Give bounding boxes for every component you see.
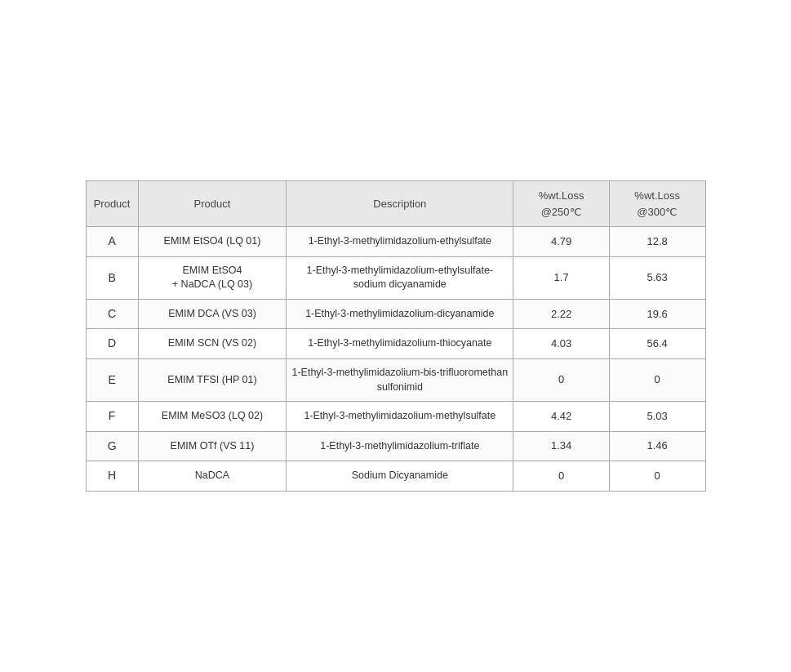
cell-description: 1-Ethyl-3-methylimidazolium-methylsulfat… [287,402,513,432]
cell-letter: F [86,402,138,432]
cell-loss-300: 1.46 [609,431,705,461]
cell-loss-250: 2.22 [513,299,610,329]
cell-product: EMIM SCN (VS 02) [138,329,287,359]
cell-loss-300: 19.6 [609,299,705,329]
cell-loss-300: 5.63 [609,256,705,299]
cell-product: NaDCA [138,461,287,492]
cell-loss-250: 1.7 [513,256,610,299]
header-product-letter: Product [86,181,138,227]
cell-product: EMIM EtSO4 (LQ 01) [138,227,287,257]
cell-description: 1-Ethyl-3-methylimidazolium-thiocyanate [287,329,513,359]
table-row: AEMIM EtSO4 (LQ 01)1-Ethyl-3-methylimida… [86,227,705,257]
cell-letter: D [86,329,138,359]
cell-description: 1-Ethyl-3-methylimidazolium-dicyanamide [287,299,513,329]
header-loss-300: %wt.Loss @300℃ [609,181,705,227]
cell-loss-250: 4.42 [513,402,610,432]
table-row: BEMIM EtSO4+ NaDCA (LQ 03)1-Ethyl-3-meth… [86,256,705,299]
cell-loss-300: 12.8 [609,227,705,257]
cell-letter: E [86,359,138,402]
table-row: CEMIM DCA (VS 03)1-Ethyl-3-methylimidazo… [86,299,705,329]
cell-description: Sodium Dicyanamide [287,461,513,492]
cell-loss-250: 1.34 [513,431,610,461]
table-row: EEMIM TFSI (HP 01)1-Ethyl-3-methylimidaz… [86,359,705,402]
header-loss-250: %wt.Loss @250℃ [513,181,610,227]
cell-loss-250: 4.03 [513,329,610,359]
cell-product: EMIM MeSO3 (LQ 02) [138,402,287,432]
table-row: HNaDCASodium Dicyanamide00 [86,461,705,492]
table-row: GEMIM OTf (VS 11)1-Ethyl-3-methylimidazo… [86,431,705,461]
table-row: DEMIM SCN (VS 02)1-Ethyl-3-methylimidazo… [86,329,705,359]
cell-loss-300: 5.03 [609,402,705,432]
table-header-row: Product Product Description %wt.Loss @25… [86,181,705,227]
cell-product: EMIM TFSI (HP 01) [138,359,287,402]
cell-letter: A [86,227,138,257]
cell-letter: B [86,256,138,299]
cell-product: EMIM OTf (VS 11) [138,431,287,461]
cell-loss-250: 0 [513,461,610,492]
cell-loss-250: 4.79 [513,227,610,257]
header-product-name: Product [138,181,287,227]
cell-description: 1-Ethyl-3-methylimidazolium-ethylsulfate [287,227,513,257]
table-row: FEMIM MeSO3 (LQ 02)1-Ethyl-3-methylimida… [86,402,705,432]
cell-loss-300: 0 [609,461,705,492]
data-table: Product Product Description %wt.Loss @25… [86,180,706,492]
header-description: Description [287,181,513,227]
cell-loss-250: 0 [513,359,610,402]
cell-loss-300: 0 [609,359,705,402]
cell-description: 1-Ethyl-3-methylimidazolium-triflate [287,431,513,461]
cell-letter: G [86,431,138,461]
cell-product: EMIM DCA (VS 03) [138,299,287,329]
table-container: K Product Product Description %wt.Loss @… [86,180,706,492]
cell-letter: H [86,461,138,492]
cell-description: 1-Ethyl-3-methylimidazolium-ethylsulfate… [287,256,513,299]
cell-letter: C [86,299,138,329]
cell-loss-300: 56.4 [609,329,705,359]
cell-product: EMIM EtSO4+ NaDCA (LQ 03) [138,256,287,299]
cell-description: 1-Ethyl-3-methylimidazolium-bis-trifluor… [287,359,513,402]
